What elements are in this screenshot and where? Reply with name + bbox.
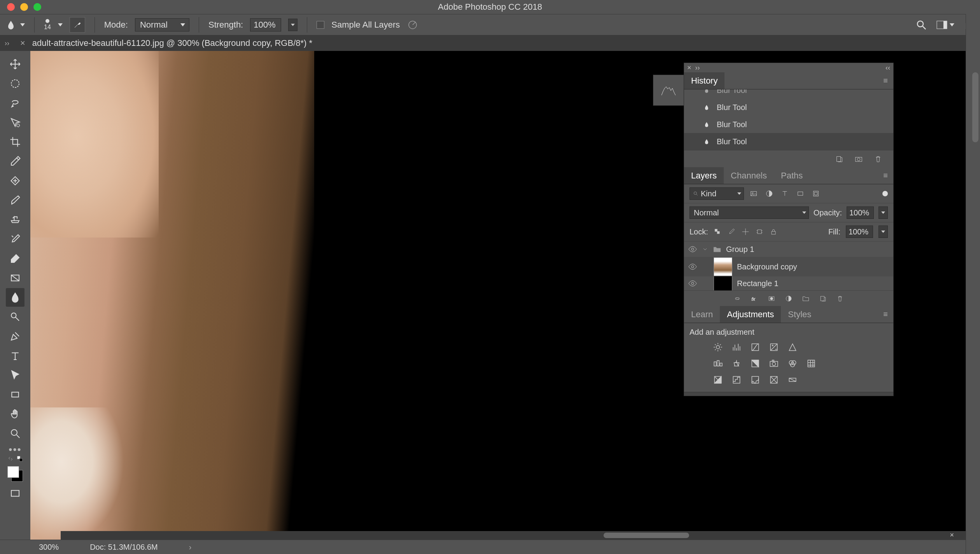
horizontal-scroll-thumb[interactable] [604, 533, 689, 538]
history-tab[interactable]: History [684, 72, 724, 89]
gradient-tool[interactable] [6, 269, 24, 287]
filter-shape-icon[interactable] [796, 189, 805, 198]
lock-all-icon[interactable] [770, 228, 777, 236]
type-tool[interactable] [6, 346, 24, 365]
histogram-collapsed-tab[interactable] [653, 75, 684, 106]
filter-type-icon[interactable] [780, 189, 789, 198]
layer-fx-icon[interactable]: fx [751, 295, 758, 302]
history-item[interactable]: Blur Tool [684, 89, 893, 99]
channels-tab[interactable]: Channels [724, 167, 774, 184]
opacity-field[interactable]: 100% [847, 206, 874, 219]
vertical-scroll-thumb[interactable] [972, 72, 978, 142]
fill-caret[interactable] [878, 225, 888, 238]
hue-sat-icon[interactable] [713, 358, 723, 369]
workspace-switcher[interactable] [936, 21, 954, 29]
vibrance-icon[interactable] [788, 342, 798, 352]
status-flyout-icon[interactable]: › [189, 543, 192, 552]
brush-settings-button[interactable] [70, 17, 85, 33]
color-balance-icon[interactable] [732, 358, 742, 369]
edit-toolbar-button[interactable]: ••• [9, 444, 21, 453]
strength-caret[interactable] [288, 19, 298, 31]
color-swatches[interactable] [6, 465, 24, 483]
filter-smart-icon[interactable] [812, 189, 820, 198]
layer-row[interactable]: Background copy [684, 257, 893, 276]
expand-dock-icon[interactable]: ›› [5, 39, 15, 47]
visibility-icon[interactable] [688, 279, 697, 288]
paths-tab[interactable]: Paths [774, 167, 810, 184]
delete-layer-icon[interactable] [836, 295, 844, 302]
close-window-button[interactable] [7, 3, 15, 11]
layers-panel-menu-icon[interactable]: ≡ [878, 167, 893, 184]
visibility-icon[interactable] [688, 245, 697, 254]
eraser-tool[interactable] [6, 249, 24, 268]
hand-tool[interactable] [6, 405, 24, 423]
color-lookup-icon[interactable] [806, 358, 816, 369]
layer-row[interactable]: Rectangle 1 [684, 276, 893, 290]
history-item[interactable]: Blur Tool [684, 133, 893, 150]
zoom-tool[interactable] [6, 424, 24, 443]
styles-tab[interactable]: Styles [781, 306, 818, 323]
horizontal-scrollbar[interactable]: × [61, 531, 966, 540]
panel-collapse-icon[interactable]: ‹‹ [886, 64, 890, 72]
filter-adjustment-icon[interactable] [765, 189, 774, 198]
adjustments-tab[interactable]: Adjustments [720, 306, 781, 323]
marquee-tool[interactable] [6, 74, 24, 93]
filter-kind-select[interactable]: Kind [690, 187, 744, 200]
current-tool-indicator[interactable] [5, 19, 25, 30]
learn-tab[interactable]: Learn [684, 306, 720, 323]
gradient-map-icon[interactable] [788, 375, 798, 385]
visibility-icon[interactable] [688, 262, 697, 271]
lock-position-icon[interactable] [742, 228, 749, 236]
foreground-swatch[interactable] [7, 466, 19, 478]
curves-icon[interactable] [750, 342, 760, 352]
blend-mode-select[interactable]: Normal [690, 206, 809, 219]
threshold-icon[interactable] [750, 375, 760, 385]
layer-thumbnail[interactable] [714, 257, 732, 276]
clone-stamp-tool[interactable] [6, 210, 24, 229]
channel-mixer-icon[interactable] [788, 358, 798, 369]
maximize-window-button[interactable] [33, 3, 41, 11]
brightness-icon[interactable] [713, 342, 723, 352]
minimize-window-button[interactable] [20, 3, 28, 11]
new-group-icon[interactable] [802, 295, 810, 302]
default-swatches-icon[interactable] [16, 455, 23, 462]
close-panel-x[interactable]: × [950, 531, 954, 539]
sample-all-layers-checkbox[interactable] [317, 21, 324, 29]
lock-image-icon[interactable] [728, 228, 735, 236]
snapshot-icon[interactable] [854, 155, 863, 163]
zoom-level[interactable]: 300% [39, 543, 59, 552]
brush-size-preview[interactable]: 14 [44, 19, 51, 31]
posterize-icon[interactable] [732, 375, 742, 385]
history-item[interactable]: Blur Tool [684, 99, 893, 116]
swap-swatches-icon[interactable] [7, 455, 14, 462]
bw-icon[interactable] [750, 358, 760, 369]
photo-filter-icon[interactable] [769, 358, 779, 369]
quick-select-tool[interactable] [6, 113, 24, 132]
new-doc-from-state-icon[interactable] [835, 155, 844, 163]
search-icon[interactable] [915, 19, 927, 31]
levels-icon[interactable] [732, 342, 742, 352]
move-tool[interactable] [6, 55, 24, 73]
layer-mask-icon[interactable] [768, 295, 775, 302]
new-layer-icon[interactable] [819, 295, 827, 302]
strength-field[interactable]: 100% [250, 18, 281, 31]
document-tab[interactable]: × adult-attractive-beautiful-61120.jpg @… [15, 35, 318, 51]
eyedropper-tool[interactable] [6, 152, 24, 171]
history-brush-tool[interactable] [6, 230, 24, 248]
panel-resize-grip[interactable] [684, 392, 893, 396]
brush-picker-caret[interactable] [58, 23, 63, 26]
pressure-icon[interactable] [407, 19, 418, 31]
panel-close-icon[interactable]: × ›› [687, 64, 700, 72]
path-select-tool[interactable] [6, 366, 24, 384]
filter-toggle[interactable] [882, 191, 888, 196]
adjustments-panel-menu-icon[interactable]: ≡ [878, 306, 893, 323]
exposure-icon[interactable] [769, 342, 779, 352]
blur-tool[interactable] [6, 288, 24, 307]
brush-tool[interactable] [6, 191, 24, 210]
screen-mode-button[interactable] [6, 484, 24, 503]
selective-color-icon[interactable] [769, 375, 779, 385]
filter-pixel-icon[interactable] [749, 189, 758, 198]
chevron-down-icon[interactable] [702, 246, 708, 252]
invert-icon[interactable] [713, 375, 723, 385]
link-layers-icon[interactable] [733, 295, 741, 302]
